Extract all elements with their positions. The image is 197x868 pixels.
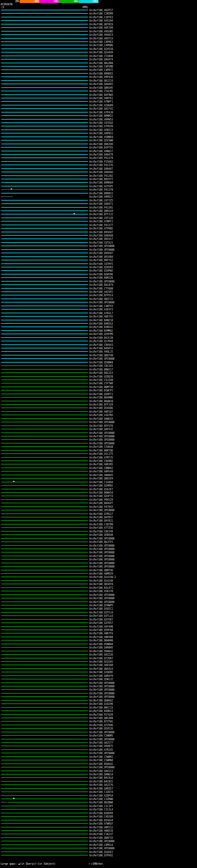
hit-bar[interactable] [1,154,88,155]
hit-bar[interactable] [1,626,88,627]
hit-bar[interactable] [1,566,88,567]
hit-bar[interactable] [1,20,88,21]
hit-bar[interactable] [1,696,88,697]
hit-bar[interactable] [1,66,88,67]
hit-bar[interactable] [1,478,88,479]
hit-bar[interactable] [1,298,88,299]
hit-bar[interactable] [1,249,88,250]
hit-bar[interactable] [1,668,88,669]
hit-bar[interactable] [1,756,88,757]
hit-bar[interactable] [1,323,88,324]
hit-bar[interactable] [1,151,88,152]
hit-bar[interactable] [1,816,88,817]
hit-bar[interactable] [1,9,88,10]
hit-bar[interactable] [1,17,88,18]
hit-bar[interactable] [1,13,88,14]
hit-bar[interactable] [1,365,88,366]
hit-bar[interactable] [1,207,88,208]
hit-bar[interactable] [1,263,88,264]
hit-bar[interactable] [1,94,88,95]
hit-bar[interactable] [1,658,88,659]
hit-bar[interactable] [1,394,88,395]
hit-bar[interactable] [1,320,88,320]
hit-bar[interactable] [1,348,88,348]
hit-bar[interactable] [1,256,88,257]
hit-bar[interactable] [1,809,88,810]
hit-bar[interactable] [1,436,88,437]
hit-bar[interactable] [1,133,88,134]
hit-bar[interactable] [1,267,88,268]
hit-bar[interactable] [1,414,88,415]
hit-bar[interactable] [1,587,88,588]
hit-bar[interactable] [1,337,88,338]
hit-bar[interactable] [1,443,88,444]
hit-bar[interactable] [1,344,88,345]
hit-bar[interactable] [1,281,88,282]
hit-bar[interactable] [1,777,88,778]
hit-bar[interactable] [1,277,88,278]
hit-bar[interactable] [1,48,88,49]
hit-bar[interactable] [1,284,88,285]
hit-bar[interactable] [1,309,88,310]
hit-bar[interactable] [1,619,88,620]
hit-bar[interactable] [1,637,88,638]
hit-bar[interactable] [1,672,88,673]
hit-bar[interactable] [1,770,88,771]
hit-bar[interactable] [1,386,88,388]
hit-bar[interactable] [1,372,88,373]
hit-bar[interactable] [1,527,88,528]
hit-bar[interactable] [1,460,88,461]
hit-bar[interactable] [1,112,88,113]
hit-bar[interactable] [1,172,88,173]
hit-bar[interactable] [1,749,88,750]
hit-bar[interactable] [1,411,88,412]
hit-bar[interactable] [1,834,88,834]
hit-bar[interactable] [1,193,88,194]
hit-bar[interactable] [1,404,88,405]
hit-bar[interactable] [1,84,88,84]
hit-bar[interactable] [1,397,88,398]
hit-bar[interactable] [1,305,88,306]
hit-bar[interactable] [1,31,88,32]
hit-bar[interactable] [1,63,88,63]
hit-bar[interactable] [1,654,88,655]
hit-bar[interactable] [1,689,88,690]
hit-bar[interactable] [1,784,88,785]
hit-bar[interactable] [1,189,88,190]
hit-bar[interactable] [1,675,88,676]
hit-bar[interactable] [1,594,88,595]
hit-bar[interactable] [1,182,88,183]
hit-bar[interactable] [1,259,88,260]
hit-bar[interactable] [1,76,88,77]
hit-bar[interactable] [1,679,88,680]
hit-bar[interactable] [1,552,88,553]
hit-bar[interactable] [1,422,88,423]
hit-bar[interactable] [1,844,88,845]
hit-bar[interactable] [1,129,88,130]
hit-bar[interactable] [1,24,88,25]
hit-bar[interactable] [1,707,88,708]
hit-bar[interactable] [1,584,88,584]
hit-bar[interactable] [1,788,88,789]
hit-bar[interactable] [1,830,88,831]
hit-bar[interactable] [1,316,88,317]
hit-bar[interactable] [1,45,88,45]
hit-bar[interactable] [1,781,88,782]
hit-bar[interactable] [1,591,88,591]
hit-bar[interactable] [1,136,88,137]
hit-bar[interactable] [1,742,88,743]
hit-bar[interactable] [1,210,88,211]
hit-bar[interactable] [1,651,88,652]
hit-bar[interactable] [1,548,88,549]
hit-bar[interactable] [1,164,88,165]
hit-bar[interactable] [1,358,88,359]
hit-bar[interactable] [1,629,88,630]
hit-bar[interactable] [1,682,88,683]
hit-bar[interactable] [1,453,88,454]
hit-bar[interactable] [1,714,88,715]
hit-bar[interactable] [1,805,88,806]
hit-bar[interactable] [1,140,88,141]
hit-bar[interactable] [1,608,88,609]
hit-bar[interactable] [1,555,88,556]
hit-bar[interactable] [1,767,88,768]
